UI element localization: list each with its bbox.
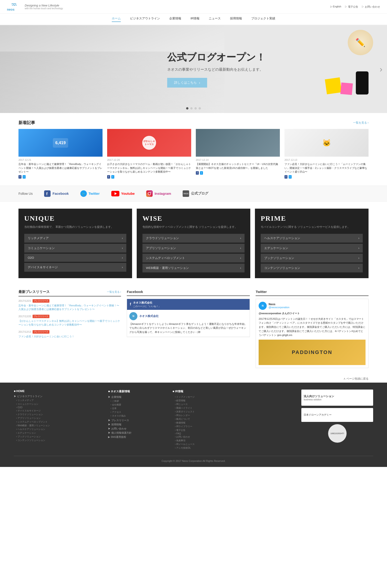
hero-dot-3[interactable] [194,107,197,109]
follow-youtube[interactable]: Youtube [111,191,135,196]
footer-link-press[interactable]: ▶ プレスリリース [108,419,168,422]
news-date-2: 2017.12.20 [107,159,191,161]
follow-instagram[interactable]: Instagram [146,190,171,197]
follow-twitter[interactable]: 🐦 Twitter [80,190,100,197]
footer-ir-inquiry[interactable]: › お問い合わせ [172,435,232,439]
follow-facebook[interactable]: f Facebook [44,190,69,197]
hero-next-arrow[interactable]: › [380,64,382,74]
header-link-koukoku[interactable]: ▷ 電子公告 [345,5,358,9]
service-unique-link-2[interactable]: コミュニケーション› [24,244,126,252]
press-text-1[interactable]: 忘年会・新年会シーンに備えて健康管理！「RenoBody」ウォーキングイベント開… [19,304,121,311]
footer-link-content[interactable]: › コンテンツソリューション [14,439,103,442]
service-prime-link-3[interactable]: ブックソリューション› [261,254,363,262]
hero-dot-2[interactable] [190,107,193,109]
header-link-english[interactable]: ▷ English [330,5,341,9]
footer-link-strength[interactable]: › ネオスの強み [108,414,168,418]
footer-link-rich[interactable]: › リッチメディア [14,399,103,402]
footer-ir-disclaimer[interactable]: › 免責事項 [172,439,232,442]
back-to-top[interactable]: ∧ ページ先頭に戻る [0,375,387,383]
nav-item-business[interactable]: ビジネスアウトライン [130,16,160,22]
service-unique-link-1[interactable]: リッチメディア› [24,234,126,243]
service-prime-link-4[interactable]: コンテンツソリューション› [261,264,363,273]
footer-ad-1[interactable]: 法人向けソリューション business solution [301,390,373,406]
footer-link-comm[interactable]: › コミュニケーション [14,402,103,406]
footer-link-system[interactable]: › システムディベロップメント [14,420,103,423]
service-wise-link-3[interactable]: システムディベロップメント› [143,254,244,262]
footer-link-overview[interactable]: › 会社概要 [108,403,168,406]
news-card-1[interactable]: 6,419 2017.12.21 忘年会・新年会シーンに備えて健康管理！「Ren… [19,129,102,179]
hero-cta-button[interactable]: 詳しくはこちら › [167,78,207,87]
footer-ir-stock[interactable]: › 株式について [172,418,232,421]
twitter-icon-4[interactable]: t [289,175,292,179]
news-card-3[interactable]: 2017.12.14 【展開開始】ネオス主催のチャットボットセミナー「UI・UX… [196,129,280,179]
footer-link-cloud[interactable]: › クラウドソリューション [14,413,103,416]
footer-link-business[interactable]: ▶ ビジネスアウトライン [14,395,103,398]
footer-link-device[interactable]: › デバイス＆サイネージ [14,409,103,412]
facebook-like-label[interactable]: このページに「いいね！」 [133,305,161,308]
hero-dot-4[interactable] [199,107,201,109]
footer-ir-anime[interactable]: › アニモ技術DL [172,446,232,450]
footer-link-company-info[interactable]: ▶ 企業情報 [108,395,168,399]
footer-ir-digest[interactable]: › 決算ダイジェスト [172,410,232,413]
footer-ir-stock-info[interactable]: › 株価情報 [172,421,232,424]
news-more-link[interactable]: 一覧を見る › [353,121,368,125]
footer-link-book[interactable]: › ブックソリューション [14,435,103,438]
nav-item-project[interactable]: プロジェクト実績 [251,16,275,22]
news-card-2[interactable]: がかんしゃトーマス 2017.12.20 お子さまの大好きなトーマスのゲーム・動… [107,129,191,179]
service-unique-link-4[interactable]: デバイス＆サイネージ› [24,263,126,272]
service-prime-link-2[interactable]: エデュケーション› [261,244,363,252]
footer-link-history[interactable]: › 沿革 [108,407,168,410]
service-wise-title: WISE [143,214,244,222]
service-unique-link-3[interactable]: O2O› [24,254,126,262]
footer-ad-3[interactable]: 1082102IGHT! [328,424,346,443]
footer-ad-2[interactable]: 日本ドローンアカデミー [301,408,373,422]
news-card-4[interactable]: 🐱 2017.12.13 ファン必見！大好きなムーミンに会いに行こう！「ムーミン… [285,129,368,179]
news-date-3: 2017.12.14 [196,159,280,161]
facebook-icon-4[interactable]: f [285,175,287,179]
nav-item-company[interactable]: 企業情報 [169,16,181,22]
follow-blog[interactable]: neos 公式ブログ [183,190,208,197]
press-text-2[interactable]: 【がかんしゃトーマスチャンネル】無料お試しキャンペーンを開始！〜親子でコミュニケ… [19,319,121,327]
footer-ir-top[interactable]: › トップメッセージ [172,395,232,399]
nav-item-home[interactable]: ホーム [112,16,121,22]
news-thumb-4: 🐱 [285,129,368,157]
footer-ir-highlight[interactable]: › 業績ハイライト [172,406,232,410]
footer-ir-mgmt[interactable]: › 経営情報 [172,399,232,402]
facebook-icon-3[interactable]: f [196,171,199,175]
footer-link-recruit[interactable]: ▶ 採用情報 [108,423,168,426]
twitter-icon-3[interactable]: t [200,171,203,175]
service-wise-link-2[interactable]: アプリソリューション› [143,244,244,252]
neos-logo[interactable]: neos [7,2,22,11]
footer-ir-koukoku[interactable]: › 電子公告 [172,429,232,432]
footer-ir-library[interactable]: › IRライブラリー [172,425,232,428]
footer-link-edu[interactable]: › エデュケーション [14,431,103,435]
footer-link-o2o[interactable]: › O2O [14,406,103,409]
footer-link-greeting[interactable]: › ご挨拶 [108,399,168,403]
footer-link-privacy[interactable]: ▶ 個人情報保護方針 [108,431,168,435]
service-wise-link-1[interactable]: クラウドソリューション› [143,234,244,243]
facebook-icon-2[interactable]: f [107,175,110,179]
footer-ir-faq[interactable]: › FAQ [172,432,232,435]
footer-link-health[interactable]: › ヘルスケアソリューション [14,428,103,431]
footer-link-app[interactable]: › アプリソリューション [14,417,103,420]
footer-ir-news[interactable]: › IRニュース [172,403,232,406]
footer-link-web[interactable]: › Web構築・運用ソリューション [14,424,103,427]
press-more[interactable]: 一覧を見る › [107,290,121,294]
nav-item-ir[interactable]: IR情報 [190,16,200,22]
footer-link-access[interactable]: › アクセス [108,411,168,414]
service-prime-link-1[interactable]: ヘルスケアソリューション› [261,234,363,243]
press-text-3[interactable]: ファン必見！大好きなムーミンに会いに行こう！ [19,335,121,338]
twitter-icon-2[interactable]: t [111,175,114,179]
footer-ir-calendar[interactable]: › IRカレンダー [172,414,232,417]
follow-label: Follow Us [19,192,33,195]
nav-item-news[interactable]: ニュース [209,16,221,22]
service-wise-link-4[interactable]: WEB構築・運用ソリューション› [143,264,244,273]
footer-link-sns[interactable]: ▶ SNS運用規程 [108,435,168,439]
facebook-icon-1[interactable]: f [19,175,21,179]
header-link-contact[interactable]: ▷ お問い合わせ [362,5,380,9]
footer-link-inquiry[interactable]: ▶ お問い合わせ [108,427,168,430]
nav-item-recruit[interactable]: 採用情報 [230,16,242,22]
footer-ir-mail[interactable]: › IRメールニュース [172,443,232,446]
twitter-icon-1[interactable]: t [23,175,26,179]
hero-dot-1[interactable] [186,107,188,109]
